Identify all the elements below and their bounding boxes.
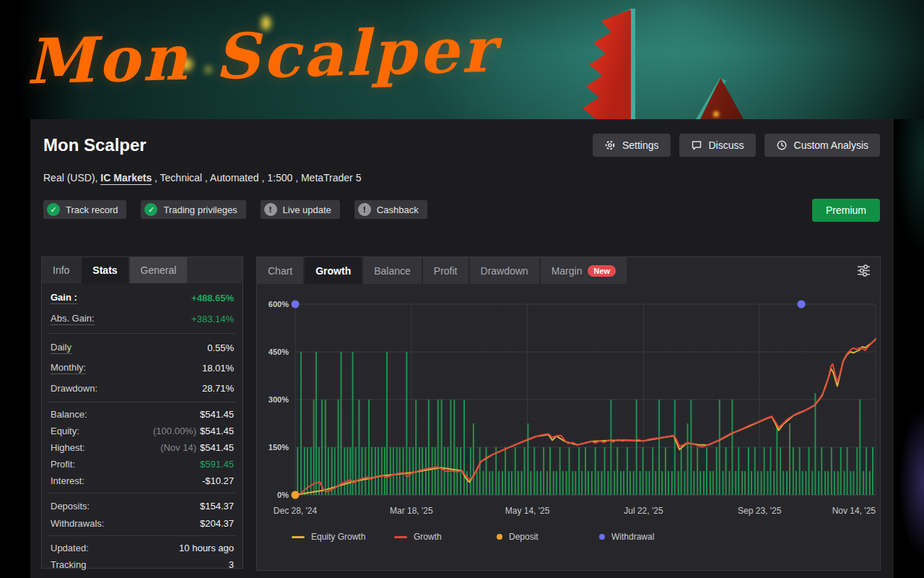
- gear-icon: [604, 139, 616, 151]
- drawdown-value: 28.71%: [202, 383, 234, 394]
- check-icon: ✓: [47, 203, 60, 216]
- abs-gain-label[interactable]: Abs. Gain:: [51, 313, 95, 325]
- account-subtitle: Real (USD), IC Markets , Technical , Aut…: [43, 172, 361, 184]
- equity-label: Equity:: [51, 426, 79, 436]
- daily-value: 0.55%: [207, 342, 234, 353]
- settings-button[interactable]: Settings: [593, 134, 671, 157]
- monthly-label[interactable]: Monthly:: [51, 362, 86, 374]
- verification-badges: ✓ Track record ✓ Trading privileges ! Li…: [43, 200, 427, 219]
- stats-tabbar: Info Stats General: [42, 257, 243, 283]
- clock-icon: [776, 139, 788, 151]
- highest-value: $541.45: [200, 442, 234, 453]
- divider: [49, 333, 235, 334]
- divider: [49, 493, 235, 493]
- chart-tabbar: Chart Growth Balance Profit Drawdown Mar…: [257, 257, 880, 284]
- svg-text:600%: 600%: [269, 300, 289, 309]
- legend-label: Deposit: [509, 532, 539, 542]
- chart-legend: Equity Growth Growth Deposit Withdrawal: [257, 522, 880, 551]
- badge-live-update[interactable]: ! Live update: [261, 200, 340, 219]
- legend-label: Equity Growth: [311, 532, 365, 542]
- legend-deposit[interactable]: Deposit: [497, 532, 599, 542]
- stat-row-daily: Daily 0.55%: [51, 337, 234, 358]
- legend-equity-growth[interactable]: Equity Growth: [292, 532, 394, 542]
- equity-growth-swatch: [292, 536, 305, 538]
- chart-card: Chart Growth Balance Profit Drawdown Mar…: [256, 256, 881, 571]
- stat-row-balance: Balance: $541.45: [51, 406, 234, 423]
- svg-text:Dec 28, '24: Dec 28, '24: [274, 506, 318, 516]
- banner-script-title: Mon Scalper: [25, 15, 497, 96]
- tab-growth[interactable]: Growth: [305, 257, 362, 284]
- tab-chart[interactable]: Chart: [257, 257, 303, 284]
- stat-row-abs-gain: Abs. Gain: +383.14%: [51, 309, 234, 329]
- badge-label: Trading privileges: [163, 204, 237, 215]
- stat-row-tracking: Tracking 3: [51, 556, 234, 573]
- updated-label: Updated:: [51, 543, 89, 553]
- abs-gain-value: +383.14%: [191, 314, 234, 324]
- legend-growth[interactable]: Growth: [394, 532, 497, 542]
- monthly-value: 18.01%: [202, 363, 234, 374]
- tab-profit[interactable]: Profit: [423, 257, 468, 284]
- balance-label: Balance:: [51, 409, 87, 420]
- legend-withdrawal[interactable]: Withdrawal: [599, 532, 702, 542]
- tracking-value: 3: [229, 559, 234, 570]
- stat-row-deposits: Deposits: $154.37: [51, 497, 234, 514]
- stat-row-withdrawals: Withdrawals: $204.37: [51, 514, 234, 532]
- badge-label: Live update: [283, 204, 331, 215]
- custom-analysis-button[interactable]: Custom Analysis: [764, 134, 880, 157]
- tab-stats[interactable]: Stats: [82, 257, 128, 283]
- deposits-label: Deposits:: [51, 501, 90, 512]
- badge-trading-privileges[interactable]: ✓ Trading privileges: [141, 200, 245, 219]
- legend-label: Growth: [414, 532, 442, 542]
- withdrawals-value: $204.37: [200, 518, 234, 529]
- equity-note: (100.00%): [153, 426, 196, 436]
- gain-label[interactable]: Gain :: [51, 292, 77, 304]
- discuss-label: Discuss: [709, 139, 744, 151]
- stats-card: Info Stats General Gain : +488.65% Abs. …: [41, 256, 243, 569]
- new-badge: New: [588, 265, 616, 277]
- fish-fin-small: [696, 78, 744, 119]
- premium-button[interactable]: Premium: [812, 199, 880, 222]
- exclamation-icon: !: [264, 203, 277, 216]
- tab-info[interactable]: Info: [42, 257, 80, 283]
- settings-label: Settings: [622, 139, 659, 151]
- badge-cashback[interactable]: ! Cashback: [354, 200, 427, 219]
- chat-bubble-icon: [691, 139, 702, 151]
- discuss-button[interactable]: Discuss: [679, 134, 756, 157]
- hero-banner: Mon Scalper: [0, 0, 924, 119]
- gain-value: +488.65%: [191, 293, 234, 303]
- interest-label: Interest:: [51, 475, 84, 486]
- svg-text:Jul 22, '25: Jul 22, '25: [624, 506, 663, 516]
- exclamation-icon: !: [358, 203, 371, 216]
- withdrawals-label: Withdrawals:: [51, 518, 104, 529]
- chart-filter-icon[interactable]: [856, 263, 871, 281]
- highest-label: Highest:: [51, 442, 85, 453]
- header-actions: Settings Discuss Custom Analysis: [593, 134, 880, 157]
- badge-label: Cashback: [377, 204, 419, 215]
- stat-row-equity: Equity: (100.00%)$541.45: [51, 423, 234, 439]
- highest-note: (Nov 14): [160, 442, 196, 453]
- custom-analysis-label: Custom Analysis: [794, 139, 868, 151]
- badge-label: Track record: [66, 204, 118, 215]
- tab-margin[interactable]: Margin New: [541, 257, 627, 284]
- divider: [49, 535, 235, 536]
- svg-text:150%: 150%: [269, 443, 289, 452]
- growth-swatch: [394, 536, 407, 538]
- tab-general[interactable]: General: [130, 257, 188, 283]
- growth-chart[interactable]: 0%150%300%450%600%Dec 28, '24Mar 18, '25…: [257, 284, 880, 522]
- badge-track-record[interactable]: ✓ Track record: [43, 200, 126, 219]
- svg-text:450%: 450%: [269, 348, 289, 356]
- stat-row-drawdown: Drawdown: 28.71%: [51, 378, 234, 398]
- deposit-swatch: [497, 534, 502, 540]
- interest-value: -$10.27: [202, 475, 234, 486]
- account-panel: Mon Scalper Settings Discuss Custom Anal…: [30, 119, 894, 578]
- stats-body: Gain : +488.65% Abs. Gain: +383.14% Dail…: [42, 283, 243, 573]
- tab-balance[interactable]: Balance: [363, 257, 422, 284]
- broker-link[interactable]: IC Markets: [100, 172, 152, 185]
- page-title: Mon Scalper: [43, 135, 147, 155]
- updated-value: 10 hours ago: [179, 543, 234, 553]
- tab-drawdown[interactable]: Drawdown: [470, 257, 539, 284]
- stat-row-gain: Gain : +488.65%: [51, 288, 234, 309]
- daily-label[interactable]: Daily: [51, 342, 71, 354]
- profit-value: $591.45: [200, 459, 234, 470]
- stat-row-highest: Highest: (Nov 14)$541.45: [51, 439, 234, 456]
